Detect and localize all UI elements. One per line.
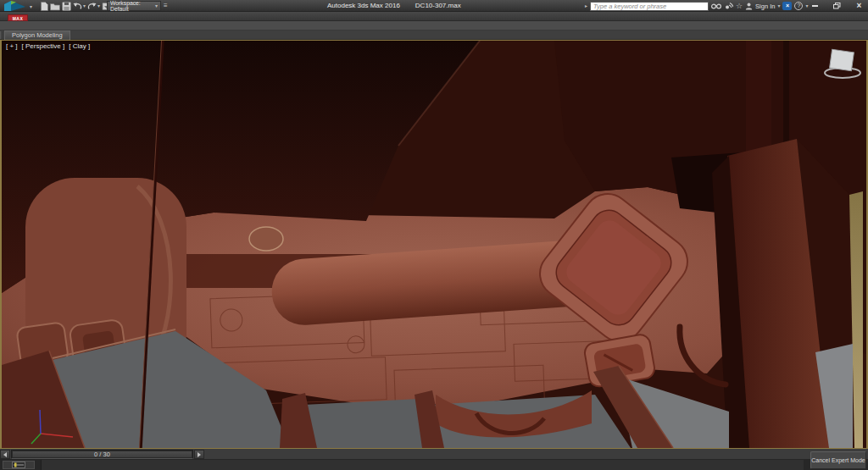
workspace-label: Workspace: Default	[110, 0, 155, 12]
workspace-dropdown[interactable]: Workspace: Default ▾	[107, 1, 161, 11]
undo-caret-icon[interactable]: ▾	[83, 3, 86, 8]
window-title: Autodesk 3ds Max 2016 DC10-307.max	[327, 2, 461, 9]
app-menu-caret-icon[interactable]: ▾	[30, 4, 32, 9]
user-icon	[745, 3, 753, 10]
restore-button[interactable]	[832, 2, 843, 11]
help-icon[interactable]: ?	[794, 2, 803, 10]
ribbon-panel-row: Polygon Modeling	[0, 30, 868, 40]
sign-in-button[interactable]: Sign In	[755, 3, 775, 10]
viewport-shading-label[interactable]: [ Clay ]	[69, 42, 90, 50]
polygon-modeling-panel-tab[interactable]: Polygon Modeling	[4, 30, 70, 40]
menu-bar	[0, 12, 868, 21]
time-slider-handle[interactable]: 0 / 30	[13, 451, 192, 457]
app-title: Autodesk 3ds Max 2016	[327, 2, 400, 9]
redo-icon[interactable]	[86, 1, 97, 11]
application-window: Autodesk 3ds Max 2016 DC10-307.max ▸ ☆ S…	[0, 0, 868, 470]
save-file-icon[interactable]	[61, 1, 71, 11]
right-arrow-icon	[198, 452, 201, 457]
left-arrow-icon	[3, 452, 7, 457]
cancel-expert-mode-button[interactable]: Cancel Expert Mode	[810, 451, 866, 469]
favorites-star-icon[interactable]: ☆	[736, 2, 743, 10]
next-frame-button[interactable]	[194, 450, 204, 459]
time-slider-row: 0 / 30	[0, 449, 868, 460]
ribbon-grip[interactable]	[0, 31, 3, 39]
viewport-canvas[interactable]	[2, 41, 866, 448]
ribbon-tabs	[0, 21, 868, 30]
logo-max-label: MAX	[8, 14, 28, 21]
close-button[interactable]: ×	[854, 2, 865, 11]
file-name: DC10-307.max	[415, 2, 461, 9]
communication-center-icon[interactable]	[724, 2, 733, 10]
application-menu-button[interactable]: MAX ▾	[2, 0, 39, 22]
infocenter: ▸ ☆ Sign In ▾ × ? ▾	[585, 1, 808, 11]
new-scene-icon[interactable]	[39, 1, 49, 11]
redo-caret-icon[interactable]: ▾	[97, 3, 100, 8]
perspective-viewport[interactable]: [ + ] [ Perspective ] [ Clay ]	[0, 40, 868, 449]
timeline-ruler[interactable]	[0, 460, 868, 470]
a360-icon[interactable]: ×	[782, 2, 792, 10]
search-input[interactable]	[590, 2, 709, 11]
ruler-track[interactable]	[41, 460, 804, 470]
viewport-menu-label[interactable]: [ + ]	[6, 42, 18, 50]
viewport-view-label[interactable]: [ Perspective ]	[22, 42, 65, 50]
search-icon[interactable]	[711, 3, 721, 10]
3dsmax-logo-icon	[3, 0, 29, 14]
quick-access-toolbar: ▾ ▾	[39, 1, 111, 11]
mini-trackbar-icon	[12, 462, 25, 468]
scene-dome-fixture[interactable]	[249, 227, 283, 251]
open-file-icon[interactable]	[50, 1, 60, 11]
mini-trackbar-button[interactable]	[3, 461, 35, 469]
toolbar-overflow-icon[interactable]: ≡	[164, 2, 172, 10]
sign-in-caret-icon[interactable]: ▾	[777, 3, 780, 8]
undo-icon[interactable]	[72, 1, 82, 11]
time-slider-track[interactable]: 0 / 30	[11, 450, 193, 459]
window-controls: ×	[810, 1, 865, 11]
previous-frame-button[interactable]	[0, 450, 10, 459]
minimize-button[interactable]	[810, 2, 821, 11]
workspace-caret-icon: ▾	[155, 3, 158, 8]
viewport-label: [ + ] [ Perspective ] [ Clay ]	[6, 42, 90, 50]
search-scope-icon[interactable]: ▸	[585, 3, 587, 8]
help-caret-icon[interactable]: ▾	[805, 3, 808, 8]
